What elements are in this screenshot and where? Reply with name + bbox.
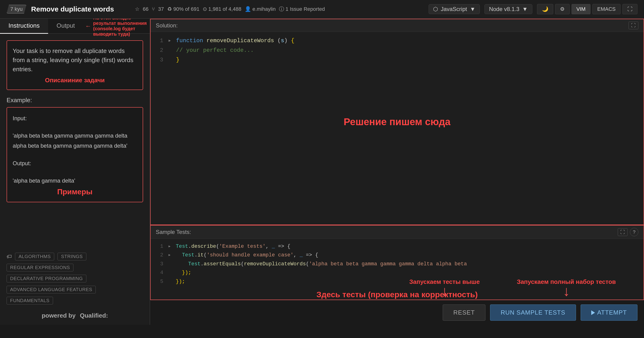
- output-annotation-line1: На этой вкладке результат выполнения: [93, 19, 150, 26]
- output-arrow: ←: [85, 22, 91, 30]
- example-box: Input: 'alpha beta beta gamma gamma gamm…: [6, 107, 143, 202]
- author: 👤 e.mihaylin: [245, 6, 276, 12]
- tests-expand-button[interactable]: ⛶: [618, 228, 628, 236]
- settings-button[interactable]: ⚙: [555, 4, 570, 14]
- code-line-3: 3 }: [156, 55, 638, 65]
- right-panel: Solution: ⛶ 1 ▸ function removeDuplicate…: [150, 19, 644, 325]
- task-description-box: Your task is to remove all duplicate wor…: [6, 40, 143, 90]
- node-label: Node v8.1.3: [489, 6, 519, 12]
- sample-tests-label: Sample Tests:: [156, 229, 191, 235]
- tabs-row: Instructions Output ← На этой вкладке ре…: [0, 19, 150, 34]
- bottom-bar: Запускаем тесты выше ↓ Запускаем полный …: [150, 300, 644, 325]
- test-fold-3: [168, 260, 171, 268]
- test-line-num-5: 5: [156, 277, 163, 286]
- test-fold-2: ▸: [168, 251, 171, 260]
- input-value: 'alpha beta beta gamma gamma gamma delta…: [13, 131, 137, 151]
- tests-help-button[interactable]: ?: [630, 228, 638, 236]
- test-line-num-1: 1: [156, 242, 163, 251]
- test-line-2: 2 ▸ Test.it('should handle example case'…: [156, 251, 638, 260]
- fork-icon: ⑂: [152, 6, 155, 12]
- test-line-3: 3 Test.assertEquals(removeDuplicateWords…: [156, 260, 638, 268]
- test-content-2: Test.it('should handle example case', _ …: [176, 251, 318, 260]
- examples-annotation: Примеры: [13, 188, 137, 196]
- attempt-label: ATTEMPT: [597, 309, 627, 316]
- node-dropdown-icon: ▼: [522, 6, 528, 12]
- code-content-1: function removeDuplicateWords (s) {: [176, 36, 294, 46]
- theme-toggle[interactable]: 🌙: [537, 4, 553, 14]
- fork-count: 37: [158, 6, 164, 12]
- code-line-1: 1 ▸ function removeDuplicateWords (s) {: [156, 36, 638, 46]
- main-layout: Instructions Output ← На этой вкладке ре…: [0, 19, 644, 325]
- node-selector[interactable]: Node v8.1.3 ▼: [484, 4, 532, 14]
- solution-label: Solution:: [156, 22, 178, 29]
- tag-advanced[interactable]: ADVANCED LANGUAGE FEATURES: [6, 286, 96, 294]
- example-label: Example:: [6, 97, 143, 104]
- play-icon: [591, 310, 595, 315]
- lang-dropdown-icon: ▼: [470, 6, 476, 12]
- tests-code-area[interactable]: 1 ▸ Test.describe('Example tests', _ => …: [150, 239, 644, 300]
- left-panel: Instructions Output ← На этой вкладке ре…: [0, 19, 150, 325]
- top-right-controls: 🌙 ⚙ VIM EMACS ⛶: [537, 4, 638, 14]
- page-title: Remove duplicate words: [31, 5, 126, 13]
- instructions-content: Your task is to remove all duplicate wor…: [0, 34, 150, 249]
- test-line-num-2: 2: [156, 251, 163, 260]
- test-content-3: Test.assertEquals(removeDuplicateWords('…: [176, 260, 467, 268]
- tag-declarative[interactable]: DECLARATIVE PROGRAMMING: [6, 275, 86, 283]
- issues: ⓘ 1 Issue Reported: [279, 6, 325, 13]
- kyu-badge: 7 kyu: [6, 5, 26, 13]
- powered-by: powered by Qualified:: [0, 306, 150, 325]
- test-content-1: Test.describe('Example tests', _ => {: [176, 242, 290, 251]
- tags-section: 🏷 ALGORITHMS STRINGS REGULAR EXPRESSIONS…: [0, 249, 150, 306]
- reset-button[interactable]: RESET: [443, 305, 486, 321]
- solution-editor: Solution: ⛶ 1 ▸ function removeDuplicate…: [150, 19, 644, 225]
- tag-algorithms[interactable]: ALGORITHMS: [15, 253, 54, 260]
- tag-icon: 🏷: [6, 254, 12, 260]
- code-content-2: // your perfect code...: [176, 46, 254, 55]
- sample-tests-header: Sample Tests: ⛶ ?: [150, 226, 644, 239]
- line-num-1: 1: [156, 36, 163, 46]
- powered-prefix: powered by: [42, 312, 76, 319]
- test-line-5: 5 });: [156, 277, 638, 286]
- emacs-toggle[interactable]: EMACS: [592, 4, 620, 14]
- tests-header-right: ⛶ ?: [618, 228, 638, 236]
- sample-tests-area: Sample Tests: ⛶ ? 1 ▸ Test.describe('Exa…: [150, 225, 644, 300]
- run-sample-tests-button[interactable]: RUN SAMPLE TESTS: [490, 305, 576, 321]
- solution-annotation: Решение пишем сюда: [344, 113, 450, 130]
- test-line-num-4: 4: [156, 268, 163, 277]
- language-label: JavaScript: [441, 6, 467, 12]
- line-num-2: 2: [156, 46, 163, 55]
- solution-expand-button[interactable]: ⛶: [628, 21, 638, 29]
- solutions-count: ⊙ 1,981 of 4,488: [203, 6, 242, 12]
- output-label: Output:: [13, 158, 137, 168]
- input-label: Input:: [13, 113, 137, 123]
- tests-annotation: Здесь тесты (проверка на корректность): [156, 288, 638, 300]
- tab-output[interactable]: Output: [48, 19, 83, 34]
- js-icon: ⬡: [433, 6, 438, 12]
- fold-arrow-1: ▸: [168, 36, 171, 46]
- fold-arrow-2: [168, 46, 171, 55]
- test-fold-5: [168, 277, 171, 286]
- test-fold-4: [168, 268, 171, 277]
- tag-strings[interactable]: STRINGS: [58, 253, 86, 260]
- task-description-text: Your task is to remove all duplicate wor…: [13, 46, 137, 74]
- language-selector[interactable]: ⬡ JavaScript ▼: [429, 4, 480, 14]
- powered-brand: Qualified:: [80, 312, 108, 319]
- line-num-3: 3: [156, 55, 163, 65]
- success-rate: ♻ 90% of 691: [167, 6, 200, 12]
- test-fold-1: ▸: [168, 242, 171, 251]
- tag-fundamentals[interactable]: FUNDAMENTALS: [6, 297, 53, 305]
- output-value: 'alpha beta gamma delta': [13, 176, 137, 186]
- tag-regex[interactable]: REGULAR EXPRESSIONS: [6, 264, 74, 272]
- test-line-4: 4 });: [156, 268, 638, 277]
- fold-arrow-3: [168, 55, 171, 65]
- test-content-4: });: [176, 268, 191, 277]
- test-line-1: 1 ▸ Test.describe('Example tests', _ => …: [156, 242, 638, 251]
- tab-instructions[interactable]: Instructions: [0, 19, 48, 34]
- code-line-2: 2 // your perfect code...: [156, 46, 638, 55]
- star-count: 66: [143, 6, 148, 12]
- vim-toggle[interactable]: VIM: [572, 4, 590, 14]
- solution-code-area[interactable]: 1 ▸ function removeDuplicateWords (s) { …: [150, 32, 644, 225]
- attempt-button[interactable]: ATTEMPT: [581, 305, 638, 321]
- test-line-num-3: 3: [156, 260, 163, 268]
- fullscreen-button[interactable]: ⛶: [622, 4, 638, 14]
